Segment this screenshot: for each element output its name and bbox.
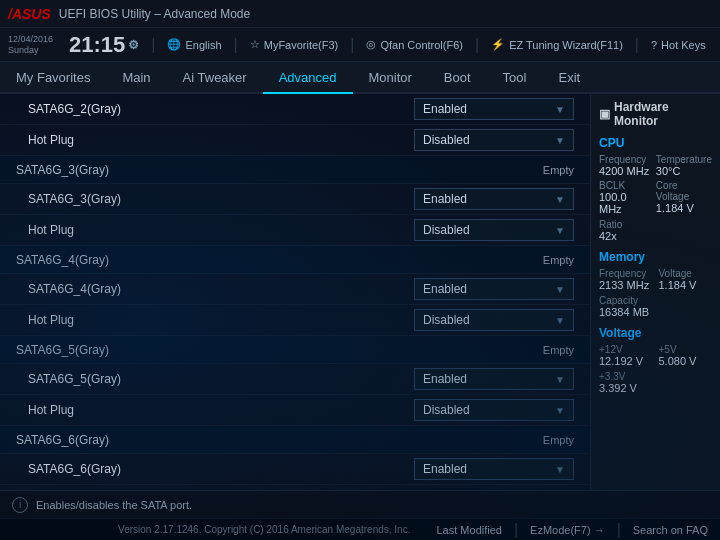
v12-block: +12V 12.192 V <box>599 344 653 367</box>
language-selector[interactable]: 🌐 English <box>167 38 221 51</box>
sata6-dropdown[interactable]: Enabled ▼ <box>414 458 574 480</box>
v5-block: +5V 5.080 V <box>659 344 713 367</box>
info-bar: 12/04/2016 Sunday 21:15 ⚙ | 🌐 English | … <box>0 28 720 62</box>
hardware-monitor-panel: ▣ Hardware Monitor CPU Frequency 4200 MH… <box>590 94 720 490</box>
voltage-grid: +12V 12.192 V +5V 5.080 V <box>599 344 712 367</box>
nav-monitor[interactable]: Monitor <box>353 62 428 94</box>
search-faq-btn[interactable]: Search on FAQ <box>633 524 708 536</box>
hw-monitor-title: ▣ Hardware Monitor <box>599 100 712 128</box>
date-display: 12/04/2016 <box>8 34 53 45</box>
sata2-value: Enabled <box>423 102 467 116</box>
settings-panel: SATA6G_2(Gray) Enabled ▼ Hot Plug Disabl… <box>0 94 590 490</box>
cpu-ratio-label: Ratio <box>599 219 712 230</box>
hotplug3-dropdown[interactable]: Disabled ▼ <box>414 309 574 331</box>
v5-label: +5V <box>659 344 713 355</box>
sata2-dropdown[interactable]: Enabled ▼ <box>414 98 574 120</box>
v5-value: 5.080 V <box>659 355 713 367</box>
sata6-value: Enabled <box>423 462 467 476</box>
nav-aitweaker[interactable]: Ai Tweaker <box>167 62 263 94</box>
sata3-value: Enabled <box>423 192 467 206</box>
dropdown-arrow: ▼ <box>555 104 565 115</box>
dropdown-arrow: ▼ <box>555 135 565 146</box>
copyright-text: Version 2.17.1246. Copyright (C) 2016 Am… <box>92 524 437 535</box>
table-row: Hot Plug Disabled ▼ <box>0 395 590 426</box>
memory-section-title: Memory <box>599 250 712 264</box>
dropdown-arrow: ▼ <box>555 405 565 416</box>
hotplug4-dropdown[interactable]: Disabled ▼ <box>414 399 574 421</box>
sata4-value: Enabled <box>423 282 467 296</box>
sata4-label: SATA6G_4(Gray) <box>16 282 414 296</box>
mem-voltage-label: Voltage <box>659 268 713 279</box>
table-row: Hot Plug Disabled ▼ <box>0 305 590 336</box>
cpu-temp-block: Temperature 30°C <box>656 154 712 177</box>
sata5-dropdown[interactable]: Enabled ▼ <box>414 368 574 390</box>
mem-capacity-block: Capacity 16384 MB <box>599 295 712 318</box>
sata3-label: SATA6G_3(Gray) <box>16 192 414 206</box>
cpu-corevolt-label: Core Voltage <box>656 180 712 202</box>
dropdown-arrow: ▼ <box>555 374 565 385</box>
voltage-section-title: Voltage <box>599 326 712 340</box>
qfan-btn[interactable]: ◎ Qfan Control(F6) <box>366 38 463 51</box>
group-header-sata6: SATA6G_6(Gray) Empty <box>0 426 590 454</box>
v33-label: +3.3V <box>599 371 712 382</box>
sata6-label: SATA6G_6(Gray) <box>16 462 414 476</box>
hotplug2-dropdown[interactable]: Disabled ▼ <box>414 219 574 241</box>
cpu-ratio-value: 42x <box>599 230 712 242</box>
mem-freq-value: 2133 MHz <box>599 279 653 291</box>
hotplug2-label: Hot Plug <box>16 223 414 237</box>
hotplug1-label: Hot Plug <box>16 133 414 147</box>
cpu-bclk-block: BCLK 100.0 MHz <box>599 180 650 215</box>
cpu-temp-label: Temperature <box>656 154 712 165</box>
ezmode-btn[interactable]: EzMode(F7) → <box>530 524 605 536</box>
eztuning-icon: ⚡ <box>491 38 505 51</box>
setting-label-sata2: SATA6G_2(Gray) <box>16 102 414 116</box>
main-layout: SATA6G_2(Gray) Enabled ▼ Hot Plug Disabl… <box>0 94 720 490</box>
group-sata3-label: SATA6G_3(Gray) <box>16 163 543 177</box>
settings-icon[interactable]: ⚙ <box>128 38 139 52</box>
memory-grid: Frequency 2133 MHz Voltage 1.184 V <box>599 268 712 291</box>
nav-bar: My Favorites Main Ai Tweaker Advanced Mo… <box>0 62 720 94</box>
nav-boot[interactable]: Boot <box>428 62 487 94</box>
eztuning-btn[interactable]: ⚡ EZ Tuning Wizard(F11) <box>491 38 623 51</box>
cpu-freq-value: 4200 MHz <box>599 165 650 177</box>
myfavorites-label: MyFavorite(F3) <box>264 39 339 51</box>
dropdown-arrow: ▼ <box>555 464 565 475</box>
group-sata6-extra: Empty <box>543 434 574 446</box>
hotkeys-btn[interactable]: ? Hot Keys <box>651 39 706 51</box>
nav-main[interactable]: Main <box>106 62 166 94</box>
group-header-sata5: SATA6G_5(Gray) Empty <box>0 336 590 364</box>
time-display: 21:15 <box>69 32 125 58</box>
myfavorites-btn[interactable]: ☆ MyFavorite(F3) <box>250 38 339 51</box>
language-icon: 🌐 <box>167 38 181 51</box>
nav-myfavorites[interactable]: My Favorites <box>0 62 106 94</box>
hotplug3-value: Disabled <box>423 313 470 327</box>
qfan-icon: ◎ <box>366 38 376 51</box>
group-sata4-extra: Empty <box>543 254 574 266</box>
mem-freq-block: Frequency 2133 MHz <box>599 268 653 291</box>
cpu-bclk-label: BCLK <box>599 180 650 191</box>
table-row: SATA6G_3(Gray) Enabled ▼ <box>0 184 590 215</box>
sata3-dropdown[interactable]: Enabled ▼ <box>414 188 574 210</box>
nav-advanced[interactable]: Advanced <box>263 62 353 94</box>
hotplug4-value: Disabled <box>423 403 470 417</box>
v12-value: 12.192 V <box>599 355 653 367</box>
sata4-dropdown[interactable]: Enabled ▼ <box>414 278 574 300</box>
monitor-icon: ▣ <box>599 107 610 121</box>
cpu-temp-value: 30°C <box>656 165 712 177</box>
nav-tool[interactable]: Tool <box>487 62 543 94</box>
last-modified-btn[interactable]: Last Modified <box>437 524 502 536</box>
hotplug2-value: Disabled <box>423 223 470 237</box>
cpu-freq-block: Frequency 4200 MHz <box>599 154 650 177</box>
group-header-sata3: SATA6G_3(Gray) Empty <box>0 156 590 184</box>
group-sata4-label: SATA6G_4(Gray) <box>16 253 543 267</box>
table-row: SATA6G_2(Gray) Enabled ▼ <box>0 94 590 125</box>
hotplug4-label: Hot Plug <box>16 403 414 417</box>
asus-logo: /ASUS <box>8 6 51 22</box>
nav-exit[interactable]: Exit <box>542 62 596 94</box>
window-title: UEFI BIOS Utility – Advanced Mode <box>59 7 250 21</box>
mem-cap-value: 16384 MB <box>599 306 712 318</box>
dropdown-arrow: ▼ <box>555 225 565 236</box>
hotplug1-dropdown[interactable]: Disabled ▼ <box>414 129 574 151</box>
mem-cap-label: Capacity <box>599 295 712 306</box>
myfavorites-icon: ☆ <box>250 38 260 51</box>
